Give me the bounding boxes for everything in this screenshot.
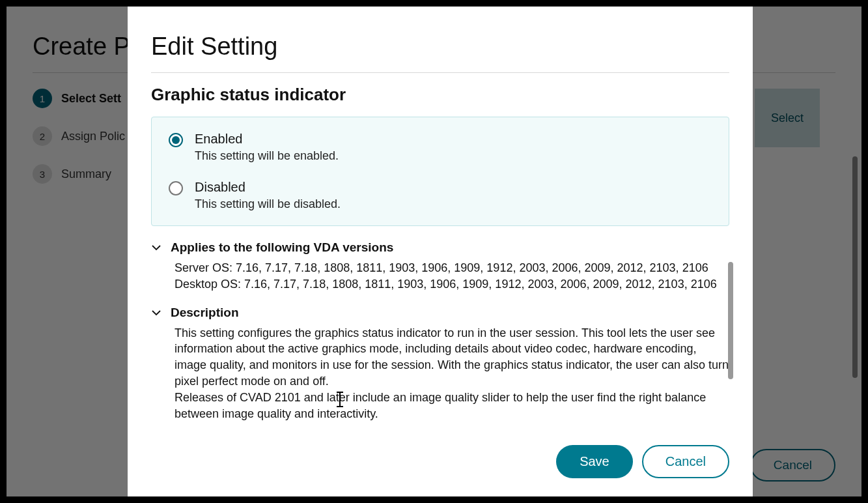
option-enabled[interactable]: Enabled This setting will be enabled. [169, 132, 712, 163]
section-header[interactable]: Description [151, 306, 729, 320]
edit-setting-modal: Edit Setting Graphic status indicator En… [128, 7, 753, 496]
option-disabled[interactable]: Disabled This setting will be disabled. [169, 180, 712, 211]
save-button[interactable]: Save [556, 445, 633, 478]
description-paragraph: This setting configures the graphics sta… [175, 325, 729, 390]
section-title: Applies to the following VDA versions [171, 240, 393, 255]
description-section: Description This setting configures the … [151, 306, 729, 422]
radio-icon [169, 181, 183, 195]
chevron-down-icon [151, 308, 161, 318]
option-description: This setting will be enabled. [195, 149, 712, 163]
divider [151, 72, 729, 73]
section-title: Description [171, 306, 239, 320]
option-description: This setting will be disabled. [195, 197, 712, 211]
radio-icon [169, 133, 183, 147]
section-header[interactable]: Applies to the following VDA versions [151, 240, 729, 255]
cancel-button[interactable]: Cancel [642, 445, 729, 478]
modal-footer: Save Cancel [128, 426, 753, 496]
option-label: Disabled [195, 180, 712, 195]
chevron-down-icon [151, 242, 161, 253]
option-label: Enabled [195, 132, 712, 147]
vda-desktop-os: Desktop OS: 7.16, 7.17, 7.18, 1808, 1811… [175, 276, 729, 293]
vda-server-os: Server OS: 7.16, 7.17, 7.18, 1808, 1811,… [175, 260, 729, 276]
description-paragraph: Releases of CVAD 2101 and later include … [175, 390, 729, 422]
modal-title: Edit Setting [151, 33, 729, 61]
setting-name: Graphic status indicator [151, 85, 729, 105]
setting-options: Enabled This setting will be enabled. Di… [151, 117, 729, 226]
scrollbar[interactable] [728, 262, 733, 379]
vda-versions-section: Applies to the following VDA versions Se… [151, 240, 729, 293]
